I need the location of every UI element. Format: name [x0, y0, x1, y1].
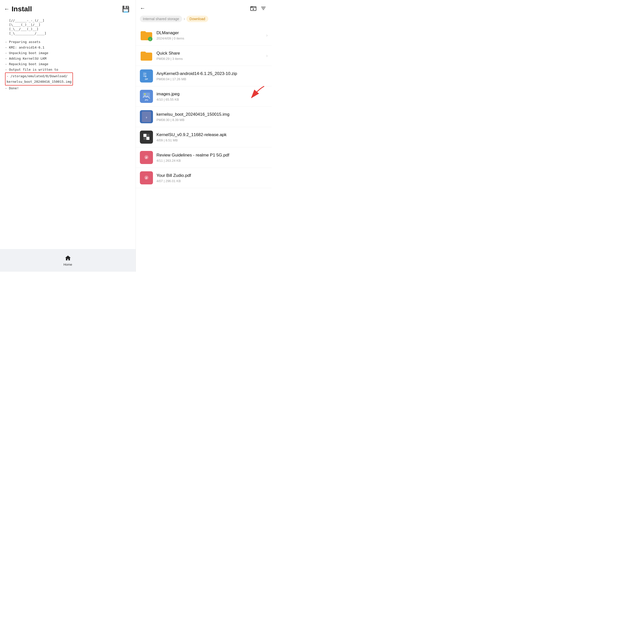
- svg-rect-2: [145, 73, 146, 74]
- file-meta: kernelsu_boot_20240416_150015.img PM08:3…: [156, 112, 268, 122]
- back-button[interactable]: ←: [4, 6, 10, 12]
- install-panel: ← Install 💾 [//______-_-_(/__] [\____(_)…: [0, 0, 136, 272]
- file-name: Review Guidelines - realme P1 5G.pdf: [156, 152, 268, 158]
- file-meta: Review Guidelines - realme P1 5G.pdf 4/1…: [156, 152, 268, 163]
- svg-rect-16: [143, 137, 146, 140]
- output-path: - /storage/emulated/0/Download/ kernelsu…: [5, 72, 73, 86]
- file-meta: images.jpeg 4/10 | 65.55 KB: [156, 91, 268, 101]
- breadcrumb: Internal shared storage › Download: [136, 15, 272, 25]
- svg-text:ZIP: ZIP: [145, 78, 148, 80]
- page-title: Install: [12, 5, 32, 13]
- left-header: ← Install 💾: [0, 0, 136, 16]
- svg-rect-3: [145, 76, 146, 77]
- home-label[interactable]: Home: [63, 263, 72, 266]
- file-meta: Your Bill Zudio.pdf 4/07 | 296.01 KB: [156, 173, 268, 183]
- file-list: ↓ DLManager 2024/4/09 | 0 items › Quick …: [136, 25, 272, 272]
- svg-rect-14: [143, 134, 146, 137]
- file-info: 4/09 | 8.51 MB: [156, 138, 268, 142]
- list-item[interactable]: ↓ DLManager 2024/4/09 | 0 items ›: [136, 25, 272, 46]
- file-info: PM08:04 | 17.26 MB: [156, 77, 268, 81]
- file-info: PM08:29 | 3 items: [156, 57, 264, 61]
- file-browser-panel: ← Internal shared storage › Download: [136, 0, 272, 272]
- list-item[interactable]: ρ Your Bill Zudio.pdf 4/07 | 296.01 KB: [136, 168, 272, 188]
- svg-text:JPG: JPG: [145, 99, 148, 101]
- bottom-nav: Home: [0, 249, 136, 272]
- svg-rect-17: [146, 134, 149, 137]
- file-info: 2024/4/09 | 0 items: [156, 36, 264, 40]
- list-item[interactable]: Quick Share PM08:29 | 3 items ›: [136, 46, 272, 66]
- file-name: KernelSU_v0.9.2_11682-release.apk: [156, 132, 268, 138]
- breadcrumb-separator: ›: [184, 17, 185, 21]
- pdf-file-icon: ρ: [140, 151, 153, 164]
- svg-text:ρ: ρ: [146, 176, 147, 179]
- folder-icon: [140, 49, 153, 62]
- list-item[interactable]: ρ Review Guidelines - realme P1 5G.pdf 4…: [136, 147, 272, 168]
- add-folder-icon[interactable]: [250, 5, 257, 12]
- chevron-right-icon: ›: [266, 33, 268, 38]
- ascii-art: [//______-_-_(/__] [\____(_)__|/__] [_\_…: [5, 19, 131, 36]
- right-header: ←: [136, 0, 272, 15]
- svg-text:ρ: ρ: [146, 156, 147, 159]
- file-name: AnyKernel3-android14-6.1.25_2023-10.zip: [156, 71, 268, 76]
- file-meta: Quick Share PM08:29 | 3 items: [156, 51, 264, 61]
- download-badge: ↓: [148, 37, 152, 41]
- svg-rect-15: [146, 137, 149, 140]
- file-name: kernelsu_boot_20240416_150015.img: [156, 112, 268, 117]
- file-meta: KernelSU_v0.9.2_11682-release.apk 4/09 |…: [156, 132, 268, 142]
- zip-file-icon: ZIP: [140, 69, 153, 83]
- file-name: Quick Share: [156, 51, 264, 56]
- file-meta: DLManager 2024/4/09 | 0 items: [156, 30, 264, 40]
- img-file-icon: ?: [140, 110, 153, 123]
- svg-point-8: [144, 93, 146, 95]
- right-back-button[interactable]: ←: [140, 5, 145, 12]
- filter-icon[interactable]: [260, 5, 267, 12]
- file-info: 4/10 | 65.55 KB: [156, 98, 268, 101]
- file-name: images.jpeg: [156, 91, 268, 97]
- pdf-file-icon-2: ρ: [140, 171, 153, 184]
- jpeg-file-icon: JPG: [140, 90, 153, 103]
- file-info: PM08:30 | 8.39 MB: [156, 118, 268, 122]
- list-item[interactable]: ? kernelsu_boot_20240416_150015.img PM08…: [136, 107, 272, 127]
- file-info: 4/07 | 296.01 KB: [156, 179, 268, 183]
- breadcrumb-current[interactable]: Download: [186, 16, 208, 22]
- save-icon[interactable]: 💾: [122, 6, 130, 13]
- file-info: 4/11 | 263.24 KB: [156, 159, 268, 163]
- left-header-left: ← Install: [4, 5, 32, 13]
- svg-text:?: ?: [146, 116, 147, 119]
- svg-rect-4: [145, 74, 146, 76]
- list-item[interactable]: JPG images.jpeg 4/10 | 65.55 KB: [136, 86, 272, 107]
- chevron-right-icon: ›: [266, 53, 268, 58]
- breadcrumb-parent[interactable]: Internal shared storage: [140, 16, 182, 22]
- folder-icon: ↓: [140, 29, 153, 42]
- apk-file-icon: [140, 131, 153, 144]
- log-output: - Preparing assets - KMI: android14-6.1 …: [5, 39, 131, 91]
- right-header-icons: [250, 5, 267, 12]
- list-item[interactable]: KernelSU_v0.9.2_11682-release.apk 4/09 |…: [136, 127, 272, 147]
- home-icon: [64, 255, 71, 262]
- file-meta: AnyKernel3-android14-6.1.25_2023-10.zip …: [156, 71, 268, 81]
- file-name: Your Bill Zudio.pdf: [156, 173, 268, 178]
- file-name: DLManager: [156, 30, 264, 36]
- list-item[interactable]: ZIP AnyKernel3-android14-6.1.25_2023-10.…: [136, 66, 272, 86]
